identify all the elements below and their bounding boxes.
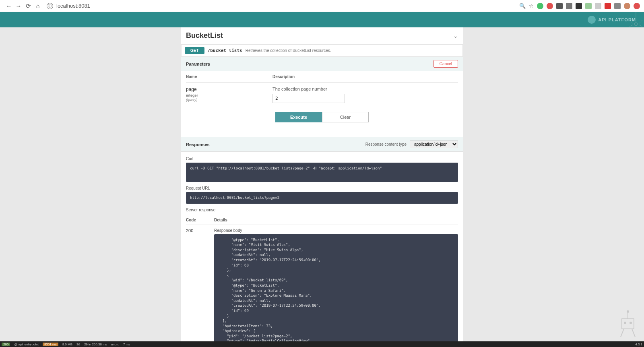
operation-path: /bucket_lists [208,48,242,53]
resource-title: BucketList [186,31,223,40]
svg-line-11 [621,329,624,337]
avatar-icon[interactable] [624,3,630,9]
server-response-label: Server response [186,208,458,212]
spider-decoration [628,12,644,28]
param-in: (query) [186,98,272,102]
svg-point-8 [630,322,632,324]
status-code: 200 [186,228,214,347]
symfony-debug-bar[interactable]: 200 @ api_entrypoint 8351 ms 8.0 MB 36 2… [0,341,644,347]
parameter-row: page integer (query) The collection page… [186,83,458,107]
ext-icon-1[interactable] [537,3,543,9]
chevron-down-icon: ⌄ [453,33,458,39]
site-info-icon[interactable]: ⓘ [47,3,53,9]
http-method-badge: GET [185,47,204,54]
ext-icon-4[interactable] [566,3,572,9]
ext-divider [614,3,621,9]
request-url: http://localhost:8081/bucket_lists?page=… [186,192,458,204]
debug-ajax2[interactable]: 29 in 205.38 ms [84,343,107,346]
execute-button[interactable]: Execute [275,112,322,122]
responses-title: Responses [186,142,210,147]
response-row: 200 Response body "@type": "BucketList",… [186,225,458,347]
ext-icon-3[interactable] [556,3,563,9]
svg-line-4 [630,25,633,27]
browser-extensions: 🔍 ☆ [519,3,640,9]
back-button[interactable]: ← [4,1,14,11]
home-button[interactable]: ⌂ [33,1,43,11]
debug-memory[interactable]: 8.0 MB [62,343,72,346]
ext-icon-2[interactable] [547,3,553,9]
url-text[interactable]: localhost:8081 [56,3,90,9]
ext-icon-8[interactable] [605,3,611,9]
star-icon[interactable]: ☆ [529,3,534,9]
svg-line-3 [639,20,642,23]
curl-label: Curl [186,157,458,161]
cancel-button[interactable]: Cancel [433,60,458,68]
robot-decoration [616,299,640,339]
svg-line-5 [639,25,642,27]
details-column-header: Details [214,218,227,222]
debug-time[interactable]: 8351 ms [43,343,58,346]
browser-toolbar: ← → ⟳ ⌂ ⓘ localhost:8081 🔍 ☆ [0,0,644,12]
response-body: "@type": "BucketList", "name": "Visit Sw… [214,234,458,347]
request-url-label: Request URL [186,186,458,190]
operation-summary[interactable]: GET /bucket_lists Retrieves the collecti… [181,44,463,57]
column-description-header: Description [272,74,295,79]
parameters-table: Name Description page integer (query) Th… [181,71,463,137]
param-type: integer [186,93,272,97]
ext-icon-5[interactable] [576,3,582,9]
param-input[interactable] [272,94,345,103]
brand-logo-icon [588,16,596,24]
content-type-label: Response content type [365,142,407,147]
operation-description: Retrieves the collection of BucketList r… [246,48,331,53]
debug-t[interactable]: 7 ms [123,343,130,346]
search-icon[interactable]: 🔍 [519,3,526,9]
forward-button[interactable]: → [14,1,23,11]
responses-header: Responses Response content type applicat… [181,137,463,152]
parameters-title: Parameters [186,62,210,66]
response-body-label: Response body [214,228,458,233]
debug-version[interactable]: 4.3.1 [635,343,642,346]
parameters-header: Parameters Cancel [181,57,463,71]
svg-point-10 [627,310,629,313]
ext-icon-7[interactable] [595,3,601,9]
ext-icon-6[interactable] [585,3,592,9]
param-description: The collection page number [272,87,345,91]
clear-button[interactable]: Clear [322,112,369,122]
column-name-header: Name [186,74,272,79]
app-header: API PLATFORM [0,12,644,27]
debug-route[interactable]: @ api_entrypoint [14,343,39,346]
svg-line-2 [630,20,633,23]
svg-point-7 [624,322,626,324]
svg-point-0 [634,23,638,26]
code-column-header: Code [186,218,214,222]
resource-tag[interactable]: BucketList ⌄ [181,27,463,44]
curl-command: curl -X GET "http://localhost:8081/bucke… [186,163,458,182]
debug-user[interactable]: anon. [111,343,119,346]
ext-icon-9[interactable] [634,3,640,9]
content-type-select[interactable]: application/ld+json [410,140,458,148]
param-name: page [186,87,272,92]
debug-ajax1[interactable]: 36 [76,343,80,346]
debug-status[interactable]: 200 [2,343,10,346]
svg-line-12 [632,329,635,337]
reload-button[interactable]: ⟳ [23,1,33,11]
svg-rect-6 [622,319,634,329]
